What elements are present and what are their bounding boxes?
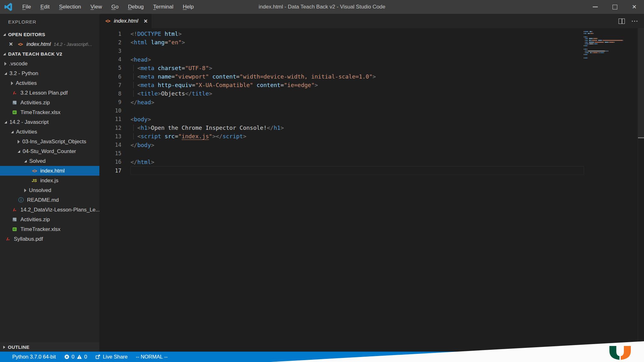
python-interpreter-status[interactable]: Python 3.7.0 64-bit (8, 352, 60, 362)
code-line-17[interactable]: 17 (99, 166, 575, 175)
code-line-1[interactable]: 1<!DOCTYPE html> (99, 30, 575, 38)
tree-folder-vscode[interactable]: .vscode (0, 59, 99, 69)
tab-close-icon[interactable]: ✕ (144, 18, 148, 24)
editor-scrollbar[interactable] (638, 28, 644, 352)
code-line-4[interactable]: 4<head> (99, 55, 575, 64)
menu-file[interactable]: File (18, 0, 36, 14)
file-tree: .vscode3.2 - PythonActivities3.2 Lesson … (0, 59, 99, 244)
scrollbar-slider[interactable] (638, 28, 644, 138)
line-number: 4 (99, 56, 121, 63)
tree-file-activities-zip[interactable]: Activities.zip (0, 215, 99, 224)
minimize-button[interactable] (586, 0, 605, 14)
html-file-icon: <> (31, 168, 38, 174)
code-line-15[interactable]: 15 (99, 149, 575, 158)
menu-help[interactable]: Help (178, 0, 198, 14)
live-share-status[interactable]: Live Share (91, 352, 132, 362)
tree-file-3-2-lesson-plan-pdf[interactable]: 3.2 Lesson Plan.pdf (0, 88, 99, 98)
chevron-collapsed-icon (3, 345, 5, 348)
tab-index-html[interactable]: <> index.html ✕ (99, 14, 152, 28)
code-line-5[interactable]: 5 <meta charset="UTF-8"> (99, 64, 575, 72)
xlsx-file-icon (11, 110, 18, 115)
code-line-16[interactable]: 16</html> (99, 158, 575, 166)
close-button[interactable]: ✕ (625, 0, 644, 14)
line-number: 1 (99, 31, 121, 37)
line-number: 5 (99, 65, 121, 71)
tree-item-label: Syllabus.pdf (14, 236, 43, 242)
tree-file-readme-md[interactable]: ⓘREADME.md (0, 195, 99, 205)
indent-guide (133, 65, 134, 71)
editor-area: <> index.html ✕ ⋯ 1<!DOCTYPE html>2<html… (99, 14, 644, 352)
js-file-icon: JS (31, 178, 38, 184)
pdf-file-icon (4, 236, 11, 242)
code-text: <body> (130, 116, 151, 123)
menu-view[interactable]: View (86, 0, 107, 14)
line-number: 3 (99, 48, 121, 54)
open-editors-header[interactable]: OPEN EDITORS (0, 30, 99, 39)
code-line-3[interactable]: 3 (99, 47, 575, 55)
tree-file-14-2-dataviz-lesson-plans-le[interactable]: 14.2_DataViz-Lesson-Plans_Le... (0, 205, 99, 215)
code-line-12[interactable]: 12 <h1>Open the Chrome Inspector Console… (99, 123, 575, 132)
chevron-collapsed-icon (24, 189, 26, 192)
code-line-10[interactable]: 10 (99, 107, 575, 115)
line-number: 7 (99, 82, 121, 88)
menu-selection[interactable]: Selection (54, 0, 86, 14)
line-number: 9 (99, 99, 121, 105)
tree-folder-03-ins-javascript-objects[interactable]: 03-Ins_JavaScript_Objects (0, 137, 99, 146)
menu-terminal[interactable]: Terminal (148, 0, 178, 14)
tree-item-label: TimeTracker.xlsx (20, 226, 60, 233)
tree-folder-solved[interactable]: Solved (0, 156, 99, 166)
tree-folder-04-stu-word-counter[interactable]: 04-Stu_Word_Counter (0, 146, 99, 156)
code-line-13[interactable]: 13 <script src="index.js"></script> (99, 132, 575, 140)
tree-folder-14-2-javascript[interactable]: 14.2 - Javascript (0, 117, 99, 127)
tree-folder-activities[interactable]: Activities (0, 78, 99, 88)
split-editor-icon[interactable] (619, 19, 625, 24)
tree-folder-unsolved[interactable]: Unsolved (0, 185, 99, 195)
code-line-8[interactable]: 8 <title>Objects</title> (99, 89, 575, 98)
pdf-file-icon (11, 90, 18, 96)
pdf-file-icon (11, 207, 18, 213)
line-number: 11 (99, 116, 121, 122)
line-number: 2 (99, 39, 121, 46)
menu-edit[interactable]: Edit (36, 0, 54, 14)
tree-item-label: TimeTracker.xlsx (20, 109, 60, 116)
info-file-icon: ⓘ (18, 197, 25, 203)
tree-file-syllabus-pdf[interactable]: Syllabus.pdf (0, 234, 99, 244)
line-number: 12 (99, 125, 121, 131)
tree-folder-3-2-python[interactable]: 3.2 - Python (0, 69, 99, 78)
tree-item-label: Activities.zip (20, 100, 50, 106)
maximize-button[interactable] (605, 0, 625, 14)
tree-file-index-html[interactable]: <>index.html (0, 166, 99, 176)
tree-file-activities-zip[interactable]: Activities.zip (0, 98, 99, 107)
tree-file-timetracker-xlsx[interactable]: TimeTracker.xlsx (0, 224, 99, 234)
code-text: </head> (130, 99, 154, 106)
folder-section-header[interactable]: DATA TEACH BACK V2 (0, 49, 99, 59)
tree-item-label: 3.2 Lesson Plan.pdf (20, 90, 68, 96)
html-file-icon: <> (104, 18, 111, 24)
window-title: index.html - Data Teach Back v2 - Visual… (259, 4, 386, 10)
code-editor[interactable]: 1<!DOCTYPE html>2<html lang="en">34<head… (99, 28, 644, 352)
tree-file-timetracker-xlsx[interactable]: TimeTracker.xlsx (0, 107, 99, 117)
menu-debug[interactable]: Debug (123, 0, 148, 14)
close-editor-icon[interactable]: ✕ (9, 41, 14, 47)
outline-header[interactable]: OUTLINE (0, 343, 99, 352)
code-line-6[interactable]: 6 <meta name="viewport" content="width=d… (99, 72, 575, 81)
menu-go[interactable]: Go (107, 0, 123, 14)
code-line-11[interactable]: 11<body> (99, 115, 575, 123)
open-editor-item[interactable]: ✕<>index.html14.2 - Javascript\... (0, 39, 99, 49)
minimap[interactable] (584, 31, 638, 61)
problems-status[interactable]: 0 0 (60, 352, 91, 362)
tree-item-label: Activities (16, 129, 37, 135)
tab-bar: <> index.html ✕ ⋯ (99, 14, 644, 28)
tree-item-label: index.html (40, 168, 64, 174)
vscode-logo-icon (4, 2, 13, 12)
line-number: 10 (99, 107, 121, 114)
indent-guide (133, 133, 134, 140)
code-line-9[interactable]: 9</head> (99, 98, 575, 107)
code-line-2[interactable]: 2<html lang="en"> (99, 38, 575, 47)
code-line-7[interactable]: 7 <meta http-equiv="X-UA-Compatible" con… (99, 81, 575, 89)
chevron-expanded-icon (3, 33, 6, 36)
more-actions-icon[interactable]: ⋯ (631, 19, 638, 23)
tree-folder-activities[interactable]: Activities (0, 127, 99, 137)
code-line-14[interactable]: 14</body> (99, 140, 575, 149)
tree-file-index-js[interactable]: JSindex.js (0, 176, 99, 185)
